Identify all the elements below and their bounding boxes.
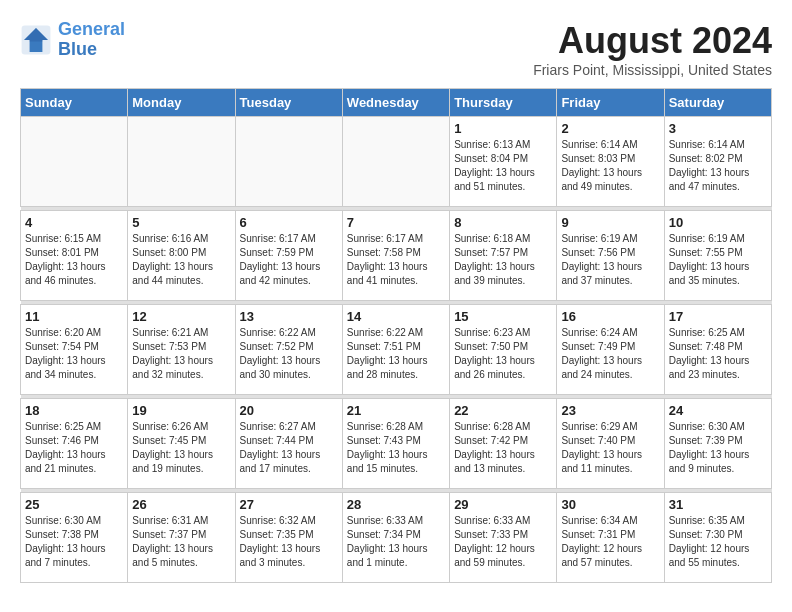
calendar-cell: 5Sunrise: 6:16 AM Sunset: 8:00 PM Daylig… [128, 211, 235, 301]
day-number: 23 [561, 403, 659, 418]
day-number: 4 [25, 215, 123, 230]
calendar-week-row: 1Sunrise: 6:13 AM Sunset: 8:04 PM Daylig… [21, 117, 772, 207]
calendar-week-row: 18Sunrise: 6:25 AM Sunset: 7:46 PM Dayli… [21, 399, 772, 489]
calendar-cell [128, 117, 235, 207]
weekday-header-wednesday: Wednesday [342, 89, 449, 117]
day-number: 6 [240, 215, 338, 230]
calendar-week-row: 11Sunrise: 6:20 AM Sunset: 7:54 PM Dayli… [21, 305, 772, 395]
logo-icon [20, 24, 52, 56]
day-info: Sunrise: 6:15 AM Sunset: 8:01 PM Dayligh… [25, 232, 123, 288]
calendar-cell [342, 117, 449, 207]
calendar-cell: 15Sunrise: 6:23 AM Sunset: 7:50 PM Dayli… [450, 305, 557, 395]
page-header: General Blue August 2024 Friars Point, M… [20, 20, 772, 78]
day-number: 8 [454, 215, 552, 230]
day-info: Sunrise: 6:19 AM Sunset: 7:56 PM Dayligh… [561, 232, 659, 288]
calendar-cell: 14Sunrise: 6:22 AM Sunset: 7:51 PM Dayli… [342, 305, 449, 395]
day-number: 9 [561, 215, 659, 230]
day-number: 26 [132, 497, 230, 512]
day-number: 31 [669, 497, 767, 512]
calendar-cell: 11Sunrise: 6:20 AM Sunset: 7:54 PM Dayli… [21, 305, 128, 395]
day-info: Sunrise: 6:16 AM Sunset: 8:00 PM Dayligh… [132, 232, 230, 288]
day-info: Sunrise: 6:35 AM Sunset: 7:30 PM Dayligh… [669, 514, 767, 570]
calendar-cell: 7Sunrise: 6:17 AM Sunset: 7:58 PM Daylig… [342, 211, 449, 301]
calendar-cell: 26Sunrise: 6:31 AM Sunset: 7:37 PM Dayli… [128, 493, 235, 583]
calendar-cell: 17Sunrise: 6:25 AM Sunset: 7:48 PM Dayli… [664, 305, 771, 395]
day-info: Sunrise: 6:32 AM Sunset: 7:35 PM Dayligh… [240, 514, 338, 570]
day-info: Sunrise: 6:34 AM Sunset: 7:31 PM Dayligh… [561, 514, 659, 570]
day-number: 13 [240, 309, 338, 324]
calendar-cell: 31Sunrise: 6:35 AM Sunset: 7:30 PM Dayli… [664, 493, 771, 583]
logo-line1: General [58, 19, 125, 39]
day-info: Sunrise: 6:23 AM Sunset: 7:50 PM Dayligh… [454, 326, 552, 382]
day-number: 11 [25, 309, 123, 324]
day-number: 25 [25, 497, 123, 512]
calendar-cell: 8Sunrise: 6:18 AM Sunset: 7:57 PM Daylig… [450, 211, 557, 301]
calendar-table: SundayMondayTuesdayWednesdayThursdayFrid… [20, 88, 772, 583]
day-info: Sunrise: 6:21 AM Sunset: 7:53 PM Dayligh… [132, 326, 230, 382]
calendar-cell: 16Sunrise: 6:24 AM Sunset: 7:49 PM Dayli… [557, 305, 664, 395]
day-number: 20 [240, 403, 338, 418]
calendar-week-row: 25Sunrise: 6:30 AM Sunset: 7:38 PM Dayli… [21, 493, 772, 583]
calendar-cell: 24Sunrise: 6:30 AM Sunset: 7:39 PM Dayli… [664, 399, 771, 489]
day-number: 28 [347, 497, 445, 512]
day-info: Sunrise: 6:22 AM Sunset: 7:52 PM Dayligh… [240, 326, 338, 382]
day-number: 29 [454, 497, 552, 512]
day-number: 22 [454, 403, 552, 418]
day-info: Sunrise: 6:29 AM Sunset: 7:40 PM Dayligh… [561, 420, 659, 476]
day-number: 16 [561, 309, 659, 324]
day-info: Sunrise: 6:19 AM Sunset: 7:55 PM Dayligh… [669, 232, 767, 288]
day-info: Sunrise: 6:28 AM Sunset: 7:43 PM Dayligh… [347, 420, 445, 476]
calendar-cell: 22Sunrise: 6:28 AM Sunset: 7:42 PM Dayli… [450, 399, 557, 489]
day-number: 1 [454, 121, 552, 136]
day-info: Sunrise: 6:25 AM Sunset: 7:46 PM Dayligh… [25, 420, 123, 476]
calendar-cell: 19Sunrise: 6:26 AM Sunset: 7:45 PM Dayli… [128, 399, 235, 489]
day-number: 5 [132, 215, 230, 230]
calendar-header-row: SundayMondayTuesdayWednesdayThursdayFrid… [21, 89, 772, 117]
weekday-header-saturday: Saturday [664, 89, 771, 117]
weekday-header-friday: Friday [557, 89, 664, 117]
day-info: Sunrise: 6:14 AM Sunset: 8:02 PM Dayligh… [669, 138, 767, 194]
day-number: 21 [347, 403, 445, 418]
title-section: August 2024 Friars Point, Mississippi, U… [533, 20, 772, 78]
calendar-cell: 30Sunrise: 6:34 AM Sunset: 7:31 PM Dayli… [557, 493, 664, 583]
calendar-week-row: 4Sunrise: 6:15 AM Sunset: 8:01 PM Daylig… [21, 211, 772, 301]
weekday-header-monday: Monday [128, 89, 235, 117]
day-info: Sunrise: 6:30 AM Sunset: 7:38 PM Dayligh… [25, 514, 123, 570]
weekday-header-tuesday: Tuesday [235, 89, 342, 117]
calendar-cell: 13Sunrise: 6:22 AM Sunset: 7:52 PM Dayli… [235, 305, 342, 395]
day-info: Sunrise: 6:27 AM Sunset: 7:44 PM Dayligh… [240, 420, 338, 476]
calendar-cell: 4Sunrise: 6:15 AM Sunset: 8:01 PM Daylig… [21, 211, 128, 301]
weekday-header-sunday: Sunday [21, 89, 128, 117]
calendar-cell: 12Sunrise: 6:21 AM Sunset: 7:53 PM Dayli… [128, 305, 235, 395]
calendar-cell: 29Sunrise: 6:33 AM Sunset: 7:33 PM Dayli… [450, 493, 557, 583]
day-info: Sunrise: 6:33 AM Sunset: 7:33 PM Dayligh… [454, 514, 552, 570]
calendar-cell: 1Sunrise: 6:13 AM Sunset: 8:04 PM Daylig… [450, 117, 557, 207]
day-number: 2 [561, 121, 659, 136]
day-number: 24 [669, 403, 767, 418]
day-info: Sunrise: 6:30 AM Sunset: 7:39 PM Dayligh… [669, 420, 767, 476]
day-info: Sunrise: 6:26 AM Sunset: 7:45 PM Dayligh… [132, 420, 230, 476]
calendar-cell: 10Sunrise: 6:19 AM Sunset: 7:55 PM Dayli… [664, 211, 771, 301]
day-number: 12 [132, 309, 230, 324]
day-info: Sunrise: 6:25 AM Sunset: 7:48 PM Dayligh… [669, 326, 767, 382]
calendar-cell: 27Sunrise: 6:32 AM Sunset: 7:35 PM Dayli… [235, 493, 342, 583]
day-info: Sunrise: 6:24 AM Sunset: 7:49 PM Dayligh… [561, 326, 659, 382]
day-number: 27 [240, 497, 338, 512]
day-number: 17 [669, 309, 767, 324]
day-number: 15 [454, 309, 552, 324]
day-number: 7 [347, 215, 445, 230]
day-info: Sunrise: 6:31 AM Sunset: 7:37 PM Dayligh… [132, 514, 230, 570]
day-info: Sunrise: 6:28 AM Sunset: 7:42 PM Dayligh… [454, 420, 552, 476]
day-number: 10 [669, 215, 767, 230]
calendar-cell: 28Sunrise: 6:33 AM Sunset: 7:34 PM Dayli… [342, 493, 449, 583]
day-number: 14 [347, 309, 445, 324]
day-info: Sunrise: 6:14 AM Sunset: 8:03 PM Dayligh… [561, 138, 659, 194]
logo-text: General Blue [58, 20, 125, 60]
day-number: 3 [669, 121, 767, 136]
day-info: Sunrise: 6:13 AM Sunset: 8:04 PM Dayligh… [454, 138, 552, 194]
weekday-header-thursday: Thursday [450, 89, 557, 117]
day-info: Sunrise: 6:18 AM Sunset: 7:57 PM Dayligh… [454, 232, 552, 288]
day-number: 30 [561, 497, 659, 512]
day-info: Sunrise: 6:22 AM Sunset: 7:51 PM Dayligh… [347, 326, 445, 382]
calendar-cell: 20Sunrise: 6:27 AM Sunset: 7:44 PM Dayli… [235, 399, 342, 489]
